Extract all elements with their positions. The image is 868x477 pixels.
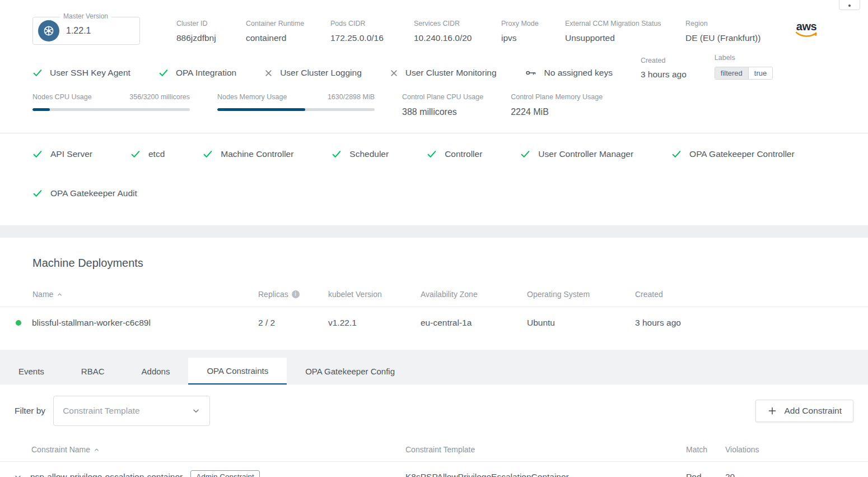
nodes-cpu-progressbar (32, 108, 190, 111)
health-machine-controller: Machine Controller (203, 149, 293, 159)
check-icon (32, 149, 43, 159)
labels-label: Labels (715, 54, 773, 62)
key-icon (525, 68, 537, 78)
machine-deployments-title: Machine Deployments (32, 257, 868, 270)
tab-opa-gatekeeper-config[interactable]: OPA Gatekeeper Config (287, 358, 413, 385)
stat-value: ipvs (501, 33, 565, 43)
stat-region: Region DE (EU (Frankfurt)) (685, 17, 791, 43)
usage-value: 388 millicores (402, 107, 483, 117)
constraint-violations: 20 (725, 472, 735, 477)
md-created: 3 hours ago (635, 318, 681, 328)
machine-deployments-card: Machine Deployments Name Replicas i kube… (0, 257, 868, 350)
expand-row-chevron-icon[interactable] (13, 473, 22, 477)
label-badge: filtered true (715, 67, 773, 80)
stat-label: Services CIDR (414, 20, 501, 27)
stat-label: Pods CIDR (330, 20, 414, 27)
feature-label: OPA Integration (176, 68, 236, 78)
usage-label: Nodes Memory Usage (217, 93, 287, 101)
label-badge-value: true (748, 67, 772, 79)
health-opa-gatekeeper-audit: OPA Gatekeeper Audit (32, 188, 137, 198)
feature-label: User SSH Key Agent (50, 68, 130, 78)
md-replicas: 2 / 2 (258, 318, 328, 328)
health-label: Controller (445, 149, 482, 159)
column-header-kubelet-version: kubelet Version (328, 290, 421, 299)
stat-label: Region (685, 20, 791, 27)
stat-label: Cluster ID (176, 20, 246, 27)
admin-constraint-badge: Admin Constraint (190, 470, 260, 477)
check-icon (520, 149, 530, 159)
constraint-template: K8sPSPAllowPrivilegeEscalationContainer (405, 472, 686, 477)
constraints-table-header: Constraint Name Constraint Template Matc… (0, 445, 868, 462)
usage-value: 356/3200 millicores (129, 93, 190, 101)
resource-usage-row: Nodes CPU Usage 356/3200 millicores Node… (32, 93, 868, 117)
constraint-name-cell: psp-allow-privilege-escalation-container… (30, 470, 405, 477)
usage-label: Control Plane CPU Usage (402, 93, 483, 101)
control-plane-memory-usage: Control Plane Memory Usage 2224 MiB (511, 93, 603, 117)
health-label: OPA Gatekeeper Controller (689, 149, 795, 159)
stat-container-runtime: Container Runtime containerd (246, 17, 330, 43)
check-icon (130, 149, 141, 159)
master-version-field: Master Version 1.22.1 (32, 17, 140, 45)
cross-icon (264, 69, 273, 77)
check-icon (203, 149, 213, 159)
stat-value: 886jzdfbnj (176, 33, 246, 43)
tab-addons[interactable]: Addons (123, 358, 189, 385)
stat-value: containerd (246, 33, 330, 43)
feature-opa-integration: OPA Integration (158, 68, 236, 80)
labels-field: Labels filtered true (715, 54, 773, 80)
usage-label: Control Plane Memory Usage (511, 93, 603, 101)
tab-bar: Events RBAC Addons OPA Constraints OPA G… (0, 350, 868, 385)
health-controller: Controller (427, 149, 482, 159)
health-label: API Server (50, 149, 92, 159)
chevron-down-icon (192, 406, 200, 415)
constraint-row[interactable]: psp-allow-privilege-escalation-container… (0, 462, 868, 477)
column-header-name[interactable]: Name (32, 290, 258, 299)
feature-label: User Cluster Logging (280, 68, 362, 78)
stat-pods-cidr: Pods CIDR 172.25.0.0/16 (330, 17, 414, 43)
feature-label: No assigned keys (544, 68, 613, 78)
add-constraint-button[interactable]: Add Constraint (755, 400, 853, 422)
check-icon (32, 68, 43, 78)
status-healthy-icon (16, 320, 21, 326)
constraints-filter-row: Filter by Constraint Template Add Constr… (15, 396, 853, 426)
constraint-template-dropdown[interactable]: Constraint Template (53, 396, 210, 426)
usage-label: Nodes CPU Usage (32, 93, 92, 101)
health-label: Machine Controller (221, 149, 293, 159)
kubernetes-icon (38, 20, 59, 41)
usage-value: 2224 MiB (511, 107, 603, 117)
check-icon (158, 68, 169, 78)
machine-deployment-row[interactable]: blissful-stallman-worker-c6c89l 2 / 2 v1… (0, 307, 868, 340)
cluster-features-row: User SSH Key Agent OPA Integration User … (32, 54, 868, 80)
stat-value: 172.25.0.0/16 (330, 33, 414, 43)
info-icon[interactable]: i (292, 290, 300, 298)
md-availability-zone: eu-central-1a (421, 318, 527, 328)
md-name: blissful-stallman-worker-c6c89l (32, 318, 258, 328)
health-label: etcd (148, 149, 165, 159)
tab-opa-constraints[interactable]: OPA Constraints (188, 358, 287, 385)
more-actions-button[interactable] (839, 0, 860, 10)
column-header-availability-zone: Availability Zone (421, 290, 527, 299)
stat-label: Container Runtime (246, 20, 330, 27)
constraint-name: psp-allow-privilege-escalation-container (30, 472, 183, 477)
health-scheduler: Scheduler (332, 149, 389, 159)
feature-user-cluster-monitoring: User Cluster Monitoring (390, 68, 497, 80)
opa-constraints-panel: Filter by Constraint Template Add Constr… (0, 396, 868, 477)
dropdown-placeholder: Constraint Template (63, 406, 140, 416)
created-value: 3 hours ago (641, 70, 687, 80)
tab-events[interactable]: Events (0, 358, 63, 385)
stat-ccm-migration-status: External CCM Migration Status Unsupporte… (565, 17, 685, 43)
sort-asc-icon (94, 447, 100, 453)
control-plane-health-section: API Server etcd Machine Controller Sched… (0, 133, 868, 225)
column-header-created: Created (635, 290, 663, 299)
md-operating-system: Ubuntu (527, 318, 635, 328)
nodes-cpu-usage: Nodes CPU Usage 356/3200 millicores (32, 93, 190, 117)
stat-value: DE (EU (Frankfurt)) (685, 33, 791, 43)
tab-rbac[interactable]: RBAC (63, 358, 123, 385)
health-api-server: API Server (32, 149, 92, 159)
constraint-match: Pod (686, 472, 725, 477)
control-plane-cpu-usage: Control Plane CPU Usage 388 millicores (402, 93, 483, 117)
health-user-controller-manager: User Controller Manager (520, 149, 633, 159)
column-header-constraint-name[interactable]: Constraint Name (31, 445, 405, 454)
stat-services-cidr: Services CIDR 10.240.16.0/20 (414, 17, 501, 43)
stat-label: Proxy Mode (501, 20, 565, 27)
